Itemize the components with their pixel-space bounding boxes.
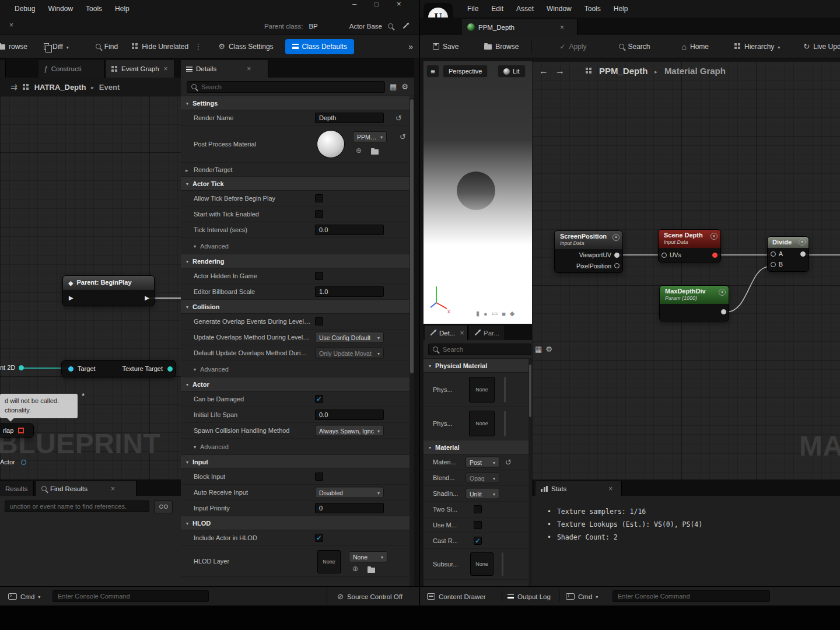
phys-material-thumbnail[interactable]: None <box>469 411 495 436</box>
mini-scrollbar[interactable] <box>502 552 503 576</box>
close-tab-icon[interactable] <box>460 330 464 337</box>
hide-unrelated-button[interactable]: Hide Unrelated <box>128 40 192 54</box>
details-search[interactable] <box>428 344 531 355</box>
console-command-input[interactable] <box>612 590 770 602</box>
collapse-icon[interactable] <box>612 234 620 241</box>
life-span-field[interactable]: 0.0 <box>315 410 384 420</box>
browse-to-asset-icon[interactable] <box>371 149 379 155</box>
details-scrollbar[interactable] <box>410 98 414 586</box>
exec-in-pin[interactable] <box>69 294 74 301</box>
close-tab-icon[interactable] <box>560 24 564 31</box>
source-control-status[interactable]: Source Control Off <box>337 587 402 606</box>
node-scene-depth[interactable]: Scene Depth Input Data UVs <box>658 229 721 262</box>
block-input-checkbox[interactable] <box>315 473 323 481</box>
menu-debug[interactable]: Debug <box>8 2 41 15</box>
advanced-expander[interactable]: Advanced <box>181 439 410 455</box>
row-render-target[interactable]: RenderTarget <box>181 163 410 177</box>
grid-view-icon[interactable] <box>535 345 542 353</box>
auto-receive-dropdown[interactable]: Disabled <box>315 487 384 498</box>
viewport-menu-button[interactable] <box>426 65 439 78</box>
cmd-button[interactable]: Cmd <box>566 587 598 606</box>
node-screen-position[interactable]: ScreenPosition Input Data ViewportUV Pix… <box>554 230 623 273</box>
actor-pin[interactable] <box>21 460 26 465</box>
use-material-checkbox[interactable] <box>474 521 482 529</box>
uvs-pin[interactable] <box>662 253 667 258</box>
can-damage-checkbox[interactable] <box>315 395 323 403</box>
reset-icon[interactable] <box>396 114 402 122</box>
menu-window[interactable]: Window <box>540 2 578 15</box>
tab-results-partial[interactable]: Results <box>0 481 34 496</box>
use-selected-icon[interactable] <box>356 147 362 154</box>
collapse-icon[interactable] <box>719 289 726 296</box>
reset-icon[interactable] <box>505 459 512 466</box>
mesh-shape-icon[interactable]: ◆ <box>510 310 514 317</box>
forward-icon[interactable] <box>555 66 565 76</box>
search-scope-label[interactable]: Actor Base <box>349 23 382 30</box>
pixelposition-pin[interactable] <box>614 263 620 268</box>
menu-help[interactable]: Help <box>108 2 136 15</box>
material-thumbnail[interactable] <box>317 131 344 158</box>
menu-edit[interactable]: Edit <box>485 2 510 15</box>
section-hlod[interactable]: HLOD <box>181 516 410 530</box>
subsurface-thumbnail[interactable]: None <box>470 552 494 576</box>
use-selected-icon[interactable] <box>352 565 358 572</box>
billboard-scale-field[interactable]: 1.0 <box>315 286 384 297</box>
actor-hidden-checkbox[interactable] <box>315 272 323 280</box>
menu-tools[interactable]: Tools <box>79 2 108 15</box>
section-rendering[interactable]: Rendering <box>181 254 410 268</box>
mini-scrollbar[interactable] <box>504 411 506 436</box>
ppm-asset-dropdown[interactable]: PPM_D <box>353 131 387 142</box>
minimize-icon[interactable] <box>352 0 374 18</box>
perspective-button[interactable]: Perspective <box>443 65 488 78</box>
more-options-icon[interactable] <box>194 43 202 50</box>
tab-close-icon[interactable] <box>9 22 13 29</box>
grid-view-icon[interactable] <box>390 83 397 90</box>
find-button[interactable]: Find <box>92 40 121 54</box>
delegate-square-icon[interactable] <box>18 428 24 433</box>
menu-asset[interactable]: Asset <box>510 2 540 15</box>
details-search-input[interactable] <box>200 83 380 91</box>
breadcrumb-root[interactable]: PPM_Depth <box>599 66 648 76</box>
material-graph[interactable]: MA PPM_Depth Material Graph ScreenPositi… <box>532 61 840 480</box>
hlod-layer-thumbnail[interactable]: None <box>317 550 341 573</box>
mini-scrollbar[interactable] <box>504 377 506 402</box>
search-icon[interactable] <box>388 23 393 29</box>
hlod-layer-dropdown[interactable]: None <box>349 551 387 562</box>
close-tab-icon[interactable] <box>247 65 251 72</box>
class-defaults-button[interactable]: Class Defaults <box>285 39 354 54</box>
render-target-pin[interactable] <box>19 365 24 370</box>
close-icon[interactable] <box>397 0 419 18</box>
tab-stats[interactable]: Stats <box>536 481 622 496</box>
section-settings[interactable]: Settings <box>181 96 410 110</box>
shading-model-dropdown[interactable]: Unlit <box>466 488 499 499</box>
section-actor[interactable]: Actor <box>181 377 410 391</box>
home-button[interactable]: Home <box>678 40 712 54</box>
breadcrumb-root[interactable]: HATRA_Depth <box>34 83 86 92</box>
lit-button[interactable]: Lit <box>498 65 526 78</box>
texture-target-pin[interactable] <box>167 366 173 372</box>
section-material[interactable]: Material <box>424 440 532 454</box>
tab-material-details[interactable]: Det... <box>425 326 468 340</box>
find-results-input[interactable] <box>5 501 149 512</box>
output-log-button[interactable]: Output Log <box>508 587 551 606</box>
hierarchy-button[interactable]: Hierarchy <box>731 40 783 54</box>
node-parent-beginplay[interactable]: Parent: BeginPlay <box>62 275 155 306</box>
tab-construction-script[interactable]: Constructi <box>38 60 105 78</box>
parent-class-value[interactable]: BP <box>309 23 317 30</box>
diff-button[interactable]: Diff <box>40 40 72 54</box>
two-sided-checkbox[interactable] <box>474 505 482 513</box>
settings-gear-icon[interactable] <box>545 345 552 353</box>
sphere-shape-icon[interactable]: ● <box>484 310 488 317</box>
collapse-icon[interactable] <box>799 239 806 246</box>
menu-window[interactable]: Window <box>41 2 79 15</box>
details-scrollbar[interactable] <box>528 358 532 586</box>
blueprint-graph[interactable]: BLUEPRINT HATRA_Depth Event Parent: Begi… <box>0 78 181 480</box>
close-tab-icon[interactable] <box>164 65 168 72</box>
start-tick-checkbox[interactable] <box>315 210 323 218</box>
input-priority-field[interactable]: 0 <box>315 503 384 513</box>
details-search-input[interactable] <box>442 345 527 354</box>
comment-bubble[interactable]: d will not be called. ctionality. * <box>0 394 78 418</box>
section-actor-tick[interactable]: Actor Tick <box>181 177 410 191</box>
spawn-collision-dropdown[interactable]: Always Spawn, Ignc <box>315 425 384 436</box>
tab-parameters[interactable]: Par... <box>469 326 505 340</box>
